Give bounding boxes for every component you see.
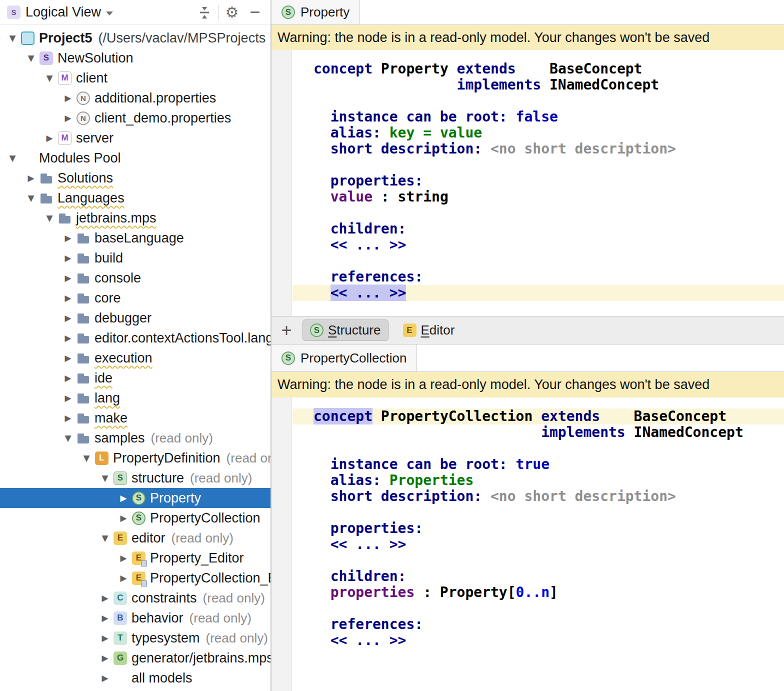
tree-item-all-models[interactable]: ▶all models <box>0 668 270 688</box>
collapse-arrow-icon[interactable]: ▼ <box>96 474 114 482</box>
tree-item-constraints[interactable]: ▶Cconstraints(read only) <box>0 588 270 608</box>
code-line[interactable] <box>292 157 784 173</box>
tree-item-project5[interactable]: ▼Project5(/Users/vaclav/MPSProjects <box>0 28 270 48</box>
code-line[interactable] <box>292 205 784 221</box>
code-line[interactable]: short description: <no short description… <box>292 488 784 504</box>
code-line[interactable]: alias: key = value <box>292 125 784 141</box>
expand-arrow-icon[interactable]: ▶ <box>96 614 114 622</box>
collapse-arrow-icon[interactable]: ▼ <box>4 34 21 42</box>
expand-arrow-icon[interactable]: ▶ <box>60 414 76 422</box>
code-line[interactable]: implements INamedConcept <box>292 77 784 93</box>
tree-item-propertycollection-editor[interactable]: ▶EPropertyCollection_Editor <box>0 568 270 588</box>
code-line[interactable]: children: <box>292 221 784 237</box>
expand-arrow-icon[interactable]: ▶ <box>115 554 132 562</box>
code-line[interactable]: references: <box>292 269 784 285</box>
code-line[interactable]: properties : Property[0..n] <box>292 584 784 600</box>
editor-tab-propertycollection[interactable]: S PropertyCollection <box>272 344 417 372</box>
collapse-arrow-icon[interactable]: ▼ <box>22 194 40 202</box>
view-selector-label[interactable]: Logical View <box>26 4 101 20</box>
expand-arrow-icon[interactable]: ▶ <box>60 114 76 122</box>
code-line[interactable]: << ... >> <box>292 237 784 253</box>
collapse-arrow-icon[interactable]: ▼ <box>22 54 40 62</box>
expand-arrow-icon[interactable]: ▶ <box>60 94 76 102</box>
expand-arrow-icon[interactable]: ▶ <box>115 574 132 582</box>
code-line[interactable]: concept PropertyCollection extends BaseC… <box>292 408 784 424</box>
tree-item-server[interactable]: ▶Mserver <box>0 128 270 148</box>
tree-item-build[interactable]: ▶build <box>0 248 270 268</box>
code-line[interactable] <box>292 552 784 568</box>
aspect-tab-editor[interactable]: EEditor <box>396 320 462 341</box>
settings-gear-icon[interactable]: ⚙ <box>220 2 244 23</box>
tree-item-solutions[interactable]: ▶Solutions <box>0 168 270 188</box>
tree-item-console[interactable]: ▶console <box>0 268 270 288</box>
add-aspect-button[interactable]: + <box>278 322 296 340</box>
tree-item-jetbrains-mps[interactable]: ▼jetbrains.mps <box>0 208 270 228</box>
tree-item-generator-jetbrains-mps[interactable]: ▶Ggenerator/jetbrains.mps <box>0 648 270 668</box>
expand-arrow-icon[interactable]: ▶ <box>60 314 76 322</box>
tree-item-additional-properties[interactable]: ▶Nadditional.properties <box>0 88 270 108</box>
tree-item-languages[interactable]: ▼Languages <box>0 188 270 208</box>
expand-arrow-icon[interactable]: ▶ <box>60 254 76 262</box>
code-line[interactable]: value : string <box>292 189 784 205</box>
code-line[interactable]: short description: <no short description… <box>292 141 784 157</box>
code-line[interactable]: instance can be root: false <box>292 109 784 125</box>
tree-item-propertycollection[interactable]: ▶SPropertyCollection <box>0 508 270 528</box>
tree-item-core[interactable]: ▶core <box>0 288 270 308</box>
tree-item-structure[interactable]: ▼Sstructure(read only) <box>0 468 270 488</box>
expand-arrow-icon[interactable]: ▶ <box>60 294 76 302</box>
code-line[interactable]: << ... >> <box>292 632 784 648</box>
expand-arrow-icon[interactable]: ▶ <box>96 674 114 682</box>
tree-item-ide[interactable]: ▶ide <box>0 368 270 388</box>
code-line[interactable] <box>292 600 784 616</box>
tree-item-make[interactable]: ▶make <box>0 408 270 428</box>
tree-item-behavior[interactable]: ▶Bbehavior(read only) <box>0 608 270 628</box>
expand-arrow-icon[interactable]: ▶ <box>60 374 76 382</box>
code-line[interactable]: implements INamedConcept <box>292 424 784 440</box>
expand-arrow-icon[interactable]: ▶ <box>115 514 132 522</box>
tree-item-modules-pool[interactable]: ▼Modules Pool <box>0 148 270 168</box>
collapse-arrow-icon[interactable]: ▼ <box>96 534 114 542</box>
tree-item-samples[interactable]: ▼samples(read only) <box>0 428 270 448</box>
code-line[interactable]: children: <box>292 568 784 584</box>
tree-item-property-editor[interactable]: ▶EProperty_Editor <box>0 548 270 568</box>
tree-item-editor[interactable]: ▼Eeditor(read only) <box>0 528 270 548</box>
editor-tab-property[interactable]: S Property <box>272 0 360 24</box>
tree-item-baselanguage[interactable]: ▶baseLanguage <box>0 228 270 248</box>
code-line[interactable] <box>292 440 784 456</box>
expand-arrow-icon[interactable]: ▶ <box>96 654 114 662</box>
tree-item-client-demo-properties[interactable]: ▶Nclient_demo.properties <box>0 108 270 128</box>
code-line[interactable] <box>292 253 784 269</box>
code-line[interactable]: instance can be root: true <box>292 456 784 472</box>
expand-arrow-icon[interactable]: ▶ <box>96 594 114 602</box>
collapse-arrow-icon[interactable]: ▼ <box>41 214 58 222</box>
collapse-arrow-icon[interactable]: ▼ <box>60 434 76 442</box>
tree-item-debugger[interactable]: ▶debugger <box>0 308 270 328</box>
tree-item-editor-contextactionstool-lang[interactable]: ▶editor.contextActionsTool.lang <box>0 328 270 348</box>
structure-editor-propertycollection[interactable]: concept PropertyCollection extends BaseC… <box>272 398 784 691</box>
expand-arrow-icon[interactable]: ▶ <box>60 354 76 362</box>
expand-arrow-icon[interactable]: ▶ <box>96 634 114 642</box>
expand-arrow-icon[interactable]: ▶ <box>60 334 76 342</box>
code-line[interactable]: alias: Properties <box>292 472 784 488</box>
tree-item-typesystem[interactable]: ▶Ttypesystem(read only) <box>0 628 270 648</box>
tree-item-execution[interactable]: ▶execution <box>0 348 270 368</box>
tree-item-propertydefinition[interactable]: ▼LPropertyDefinition(read only) <box>0 448 270 468</box>
aspect-tab-structure[interactable]: SStructure <box>302 320 388 341</box>
code-line[interactable] <box>292 504 784 520</box>
tree-item-lang[interactable]: ▶lang <box>0 388 270 408</box>
code-line[interactable]: properties: <box>292 173 784 189</box>
chevron-down-icon[interactable] <box>106 12 113 16</box>
expand-arrow-icon[interactable]: ▶ <box>22 174 40 182</box>
expand-arrow-icon[interactable]: ▶ <box>60 234 76 242</box>
tree-item-property[interactable]: ▶SProperty <box>0 488 270 508</box>
expand-arrow-icon[interactable]: ▶ <box>60 394 76 402</box>
expand-arrow-icon[interactable]: ▶ <box>41 134 58 142</box>
collapse-arrow-icon[interactable]: ▼ <box>41 74 58 82</box>
code-line[interactable]: << ... >> <box>292 536 784 552</box>
code-line[interactable]: references: <box>292 616 784 632</box>
collapse-all-icon[interactable] <box>193 2 216 23</box>
code-line[interactable]: properties: <box>292 520 784 536</box>
collapse-arrow-icon[interactable]: ▼ <box>4 154 21 162</box>
expand-arrow-icon[interactable]: ▶ <box>60 274 76 282</box>
code-line[interactable]: concept Property extends BaseConcept <box>292 61 784 77</box>
